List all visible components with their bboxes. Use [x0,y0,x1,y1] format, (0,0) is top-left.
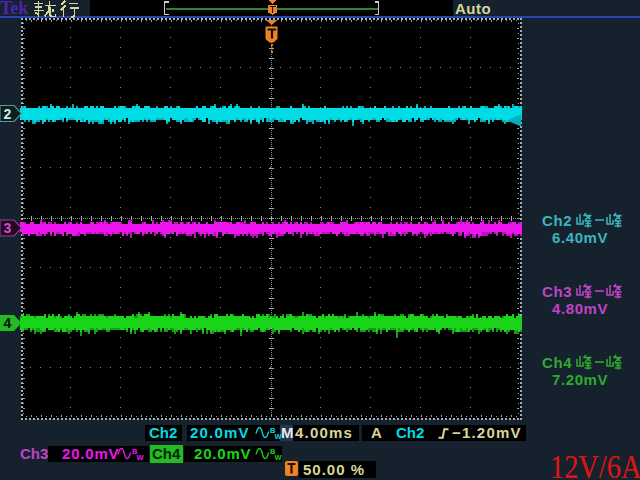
svg-text:3: 3 [4,220,12,236]
svg-text:Ch4: Ch4 [542,354,572,371]
svg-text:4: 4 [4,315,12,331]
svg-text:Auto: Auto [455,0,491,17]
svg-text:Ch3: Ch3 [542,283,572,300]
svg-text:M: M [281,424,294,441]
svg-text:−1.20mV: −1.20mV [452,424,522,441]
svg-text:Ch2: Ch2 [542,212,572,229]
svg-text:6.40mV: 6.40mV [552,229,608,246]
svg-text:20.0mV: 20.0mV [190,424,250,441]
svg-text:12V/6A: 12V/6A [550,450,640,480]
svg-text:4.80mV: 4.80mV [552,300,608,317]
svg-text:4.00ms: 4.00ms [295,424,353,441]
svg-text:2: 2 [4,106,12,122]
svg-text:7.20mV: 7.20mV [552,371,608,388]
svg-text:A: A [371,424,382,441]
svg-text:Ch2: Ch2 [149,424,177,441]
svg-text:50.00 %: 50.00 % [303,461,365,478]
svg-text:Ch2: Ch2 [396,424,424,441]
svg-text:Tek: Tek [0,0,28,18]
